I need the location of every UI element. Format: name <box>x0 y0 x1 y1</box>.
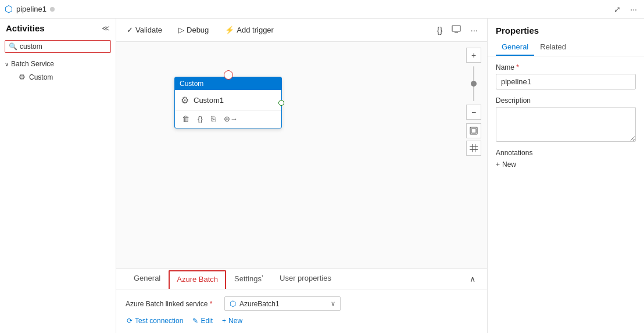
pipeline-canvas[interactable]: Custom ⚙ Custom1 🗑 {} ⎘ ⊕→ + <box>116 42 487 268</box>
trigger-icon: ⚡ <box>225 26 234 34</box>
search-icon: 🔍 <box>9 42 17 51</box>
tab-general[interactable]: General <box>126 269 169 289</box>
new-label: New <box>228 317 242 325</box>
sidebar: Activities ≪ 🔍 ∨ Batch Service ⚙ Custom … <box>0 19 116 333</box>
titlebar: ⬡ pipeline1 ⤢ ··· <box>0 0 644 19</box>
test-connection-button[interactable]: ⟳ Test connection <box>126 316 184 326</box>
zoom-slider-container <box>466 64 481 103</box>
debug-label: Debug <box>187 26 209 34</box>
linked-service-row: Azure Batch linked service * ⬡ AzureBatc… <box>126 296 478 311</box>
bottom-content: Azure Batch linked service * ⬡ AzureBatc… <box>116 289 487 333</box>
code-node-button[interactable]: {} <box>196 113 204 124</box>
monitor-button[interactable] <box>449 22 463 38</box>
properties-panel: Properties General Related Name * Descri… <box>487 19 644 333</box>
required-indicator: * <box>210 300 213 308</box>
bottom-tabs-left: General Azure Batch Settings¹ User prope… <box>126 269 339 289</box>
sidebar-search-box[interactable]: 🔍 <box>5 40 111 53</box>
zoom-controls: + − <box>466 48 481 156</box>
batch-service-section: ∨ Batch Service ⚙ Custom ⋮⋮⋮ <box>0 56 116 85</box>
titlebar-right: ⤢ ··· <box>611 3 639 15</box>
toolbar-left: ✓ Validate ▷ Debug ⚡ Add trigger <box>123 23 277 37</box>
annotations-add-icon: + <box>496 160 500 169</box>
toolbar: ✓ Validate ▷ Debug ⚡ Add trigger {} <box>116 19 487 42</box>
prop-tab-general[interactable]: General <box>496 39 534 56</box>
chevron-down-icon: ∨ <box>5 61 9 67</box>
properties-tabs: General Related <box>488 39 644 56</box>
description-field: Description <box>496 96 636 142</box>
delete-node-button[interactable]: 🗑 <box>181 113 191 124</box>
gear-icon: ⚙ <box>19 73 26 81</box>
tab-user-properties[interactable]: User properties <box>271 269 339 289</box>
description-textarea[interactable] <box>496 107 636 142</box>
double-chevron-icon[interactable]: ≪ <box>102 24 110 33</box>
bottom-tabs: General Azure Batch Settings¹ User prope… <box>116 269 487 289</box>
expand-button[interactable]: ⤢ <box>611 3 623 15</box>
fit-view-button[interactable] <box>466 123 481 138</box>
pipeline-title: pipeline1 <box>16 5 46 13</box>
linked-service-icon: ⬡ <box>230 299 236 308</box>
test-connection-label: Test connection <box>135 317 183 325</box>
batch-service-label: Batch Service <box>11 60 54 68</box>
canvas-area: ✓ Validate ▷ Debug ⚡ Add trigger {} <box>116 19 487 333</box>
name-field: Name * <box>496 63 636 89</box>
tab-azure-batch[interactable]: Azure Batch <box>169 270 226 289</box>
unsaved-dot <box>50 7 55 12</box>
zoom-out-button[interactable]: − <box>466 105 481 120</box>
prop-tab-related[interactable]: Related <box>534 39 572 56</box>
name-label: Name * <box>496 63 636 71</box>
name-input[interactable] <box>496 74 636 89</box>
sidebar-item-custom[interactable]: ⚙ Custom ⋮⋮⋮ <box>5 70 111 84</box>
test-connection-icon: ⟳ <box>127 317 133 325</box>
activity-node-name: Custom1 <box>194 96 224 105</box>
tab-settings[interactable]: Settings¹ <box>226 269 271 289</box>
main-layout: Activities ≪ 🔍 ∨ Batch Service ⚙ Custom … <box>0 19 644 333</box>
zoom-in-button[interactable]: + <box>466 48 481 63</box>
add-trigger-button[interactable]: ⚡ Add trigger <box>221 23 277 37</box>
sidebar-collapse-icons[interactable]: ≪ <box>102 24 110 33</box>
app-logo: ⬡ <box>5 3 13 15</box>
toolbar-more-button[interactable]: ··· <box>468 23 480 37</box>
annotations-add-label: New <box>502 160 516 169</box>
validate-label: Validate <box>135 26 162 34</box>
description-label: Description <box>496 96 636 105</box>
new-linked-service-button[interactable]: + New <box>221 316 244 326</box>
svg-rect-3 <box>471 128 476 133</box>
action-buttons: ⟳ Test connection ✎ Edit + New <box>126 316 478 326</box>
add-node-button[interactable]: ⊕→ <box>223 113 239 124</box>
annotations-title: Annotations <box>496 149 636 157</box>
edit-button[interactable]: ✎ Edit <box>191 316 214 326</box>
sidebar-header: Activities ≪ <box>0 19 116 38</box>
copy-node-button[interactable]: ⎘ <box>210 113 217 124</box>
linked-service-value: AzureBatch1 <box>239 300 327 308</box>
grid-view-button[interactable] <box>466 141 481 156</box>
edit-label: Edit <box>201 317 213 325</box>
dropdown-chevron-icon: ∨ <box>331 300 335 307</box>
code-button[interactable]: {} <box>434 23 445 37</box>
properties-body: Name * Description Annotations + New <box>488 56 644 176</box>
activity-node-footer: 🗑 {} ⎘ ⊕→ <box>175 110 281 128</box>
activity-node-custom1[interactable]: Custom ⚙ Custom1 🗑 {} ⎘ ⊕→ <box>174 77 282 128</box>
svg-rect-0 <box>452 26 460 31</box>
validate-button[interactable]: ✓ Validate <box>123 23 166 37</box>
titlebar-more-button[interactable]: ··· <box>628 3 639 15</box>
node-connector-top <box>224 70 233 80</box>
batch-service-header[interactable]: ∨ Batch Service <box>5 58 111 70</box>
titlebar-left: ⬡ pipeline1 <box>5 3 55 15</box>
activity-node-body: ⚙ Custom1 <box>175 90 281 110</box>
debug-button[interactable]: ▷ Debug <box>175 23 212 37</box>
custom-item-label: Custom <box>29 73 53 81</box>
debug-icon: ▷ <box>178 26 184 34</box>
linked-service-label: Azure Batch linked service * <box>126 300 219 308</box>
annotations-section: Annotations + New <box>496 149 636 169</box>
activity-gear-icon: ⚙ <box>181 95 189 106</box>
canvas-and-bottom: Custom ⚙ Custom1 🗑 {} ⎘ ⊕→ + <box>116 42 487 333</box>
edit-icon: ✎ <box>192 317 198 325</box>
add-icon: + <box>222 317 226 325</box>
bottom-panel: General Azure Batch Settings¹ User prope… <box>116 268 487 333</box>
linked-service-select[interactable]: ⬡ AzureBatch1 ∨ <box>224 296 341 311</box>
annotations-add-button[interactable]: + New <box>496 160 636 169</box>
collapse-bottom-button[interactable]: ∧ <box>467 272 478 286</box>
name-required: * <box>516 63 519 71</box>
search-input[interactable] <box>20 42 107 51</box>
validate-icon: ✓ <box>127 26 133 34</box>
